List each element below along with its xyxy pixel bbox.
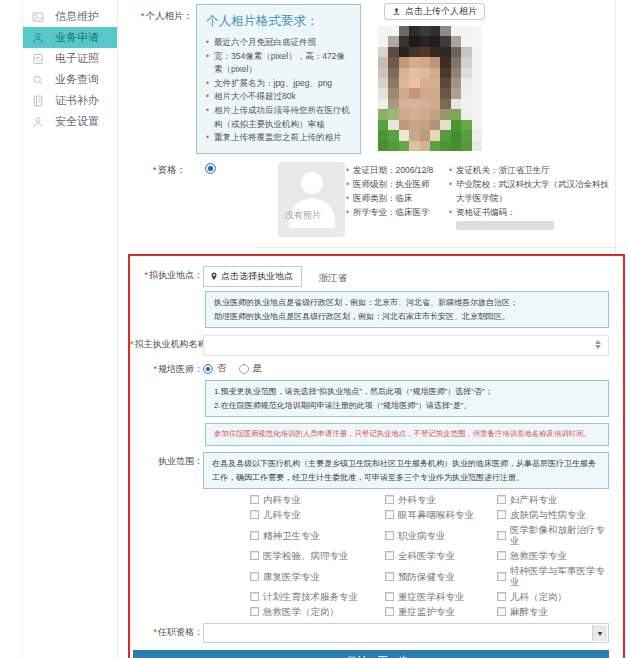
scope-option[interactable]: 儿科（定岗） <box>497 591 609 602</box>
scope-option[interactable]: 康复医学专业 <box>250 565 385 587</box>
main-content: *个人相片： 个人相片格式要求： 最近六个月免冠白底证件照 宽：354像素（pi… <box>119 0 616 658</box>
page: { "misc": { "required_mark": "*" }, "ico… <box>0 0 630 658</box>
sidebar-item-security-settings[interactable]: 安全设置 <box>23 111 117 132</box>
sidebar-item-electronic-certificate[interactable]: 电子证照 <box>23 48 117 69</box>
scope-option[interactable]: 重症监护专业 <box>385 606 497 617</box>
training-hint-line1: 1.预变更执业范围，请先选择“拟执业地点”，然后此项（“规培医师”）选择“否”； <box>214 385 600 399</box>
scope-option[interactable]: 特种医学与军事医学专业 <box>497 565 609 587</box>
scope-option[interactable]: 医学影像和放射治疗专业 <box>497 524 609 546</box>
detail-item: 发证机关：浙江省卫生厅 <box>449 163 613 177</box>
sidebar: 信息维护 业务申请 电子证照 业务查询 证书补办 安全设置 <box>0 0 118 658</box>
checkbox-icon <box>497 495 506 504</box>
location-hint-box: 执业医师的执业地点是省级行政区划，例如：北京市、河北省、新疆维吾尔族自治区； 助… <box>205 291 609 328</box>
main-org-combobox[interactable] <box>203 335 609 356</box>
scope-option[interactable]: 皮肤病与性病专业 <box>497 509 609 520</box>
checkbox-icon <box>497 531 506 540</box>
sidebar-item-business-query[interactable]: 业务查询 <box>23 69 117 90</box>
checkbox-icon <box>250 551 259 560</box>
training-radio-no[interactable] <box>203 364 213 374</box>
practice-location-label: *拟执业地点： <box>130 266 203 287</box>
scope-hint-box: 在县及县级以下医疗机构（主要是乡镇卫生院和社区卫生服务机构）执业的临床医师，从事… <box>203 452 609 489</box>
main-org-label: *拟主执业机构名称： <box>130 335 203 356</box>
dropdown-arrow-icon[interactable]: ▼ <box>592 625 607 641</box>
checkbox-icon <box>497 607 506 616</box>
sidebar-item-business-application[interactable]: 业务申请 <box>23 27 117 48</box>
scope-option[interactable]: 预防保健专业 <box>385 565 497 587</box>
checkbox-icon <box>250 510 259 519</box>
checkbox-icon <box>385 510 394 519</box>
scope-option[interactable]: 麻醉专业 <box>497 606 609 617</box>
scope-option[interactable]: 儿科专业 <box>250 509 385 520</box>
redacted-certificate-code <box>456 221 554 230</box>
training-hint-line2: 2.在住院医师规范化培训期间申请注册的此项（“规培医师”）请选择“是”。 <box>214 399 600 413</box>
personal-photo-label: *个人相片： <box>119 10 193 23</box>
sidebar-item-label: 安全设置 <box>55 114 99 129</box>
scope-option[interactable]: 职业病专业 <box>385 524 497 546</box>
selected-location-value: 浙江省 <box>318 268 347 285</box>
sidebar-item-info-maintenance[interactable]: 信息维护 <box>23 6 117 27</box>
scope-option[interactable]: 精神卫生专业 <box>250 524 385 546</box>
scope-option[interactable]: 医学检验、病理专业 <box>250 550 385 561</box>
document-edit-icon <box>32 53 44 65</box>
scope-option[interactable]: 妇产科专业 <box>497 494 609 505</box>
scope-option[interactable]: 急救医学专业 <box>497 550 609 561</box>
scope-option[interactable]: 计划生育技术服务专业 <box>250 591 385 602</box>
map-pin-icon <box>210 272 218 281</box>
checkbox-icon <box>250 592 259 601</box>
checkbox-icon <box>250 572 259 581</box>
scope-option[interactable]: 内科专业 <box>250 494 385 505</box>
checkbox-icon <box>385 572 394 581</box>
checkbox-icon <box>497 510 506 519</box>
qualification-details-col2: 发证机关：浙江省卫生厅 毕业院校：武汉科技大学（武汉冶金科技大学医学院） 资格证… <box>449 163 613 233</box>
photo-requirement-item: 相片上传成功后须等待您所在医疗机构（或拟主要执业机构）审核 <box>206 104 352 131</box>
detail-item: 医师级别：执业医师 <box>346 177 448 191</box>
user-icon <box>32 32 44 44</box>
silhouette-head-icon <box>301 172 323 194</box>
checkbox-icon <box>250 531 259 540</box>
scope-option[interactable]: 重症医学科专业 <box>385 591 497 602</box>
registration-form-box: *拟执业地点： 点击选择执业地点 浙江省 执业医师的执业地点是省级行政区划，例如… <box>128 254 625 658</box>
photo-requirement-item: 文件扩展名为：jpg、jpeg、png <box>206 77 352 91</box>
standardized-training-label: *规培医师： <box>130 360 203 376</box>
training-radio-yes[interactable] <box>239 364 249 374</box>
photo-requirement-item: 重复上传将覆盖您之前上传的相片 <box>206 131 352 145</box>
photo-requirement-item: 最近六个月免冠白底证件照 <box>206 36 352 50</box>
detail-item: 发证日期：2006/12/8 <box>346 163 448 177</box>
sidebar-item-certificate-reissue[interactable]: 证书补办 <box>23 90 117 111</box>
sidebar-item-label: 信息维护 <box>55 9 99 24</box>
training-hint-box: 1.预变更执业范围，请先选择“拟执业地点”，然后此项（“规培医师”）选择“否”；… <box>205 380 609 417</box>
title-qualification-label: *任职资格： <box>130 623 203 643</box>
upload-photo-button[interactable]: 点击上传个人相片 <box>384 3 485 20</box>
checkbox-icon <box>497 572 506 581</box>
scope-option[interactable]: 全科医学专业 <box>385 550 497 561</box>
qualification-details-col1: 发证日期：2006/12/8 医师级别：执业医师 医师类别：临床 所学专业：临床… <box>346 163 448 219</box>
qualification-radio[interactable] <box>205 163 216 174</box>
choose-location-button[interactable]: 点击选择执业地点 <box>203 266 302 287</box>
checkbox-icon <box>497 592 506 601</box>
scope-option[interactable]: 急救医学（定岗） <box>250 606 385 617</box>
qualification-label: *资格： <box>119 164 186 177</box>
checkbox-icon <box>250 495 259 504</box>
required-mark: * <box>141 10 145 21</box>
scope-option[interactable]: 外科专业 <box>385 494 497 505</box>
user-lock-icon <box>32 116 44 128</box>
checkbox-icon <box>385 531 394 540</box>
scope-option[interactable]: 眼耳鼻咽喉科专业 <box>385 509 497 520</box>
sidebar-item-label: 电子证照 <box>55 51 99 66</box>
checkbox-icon <box>385 495 394 504</box>
checkbox-icon <box>385 607 394 616</box>
training-warning-text: 参加住院医师规范化培训的人员申请注册，只登记执业地点，不登记执业范围，但需备注培… <box>214 429 591 438</box>
sidebar-item-label: 业务申请 <box>55 30 99 45</box>
uploaded-photo <box>378 26 482 151</box>
photo-requirements-title: 个人相片格式要求： <box>206 13 352 30</box>
training-option-yes-label[interactable]: 是 <box>253 362 263 375</box>
training-option-no-label[interactable]: 否 <box>217 362 227 375</box>
practice-scope-label: 执业范围： <box>130 452 203 489</box>
training-warning-box: 参加住院医师规范化培训的人员申请注册，只登记执业地点，不登记执业范围，但需备注培… <box>205 423 609 446</box>
checkbox-icon <box>385 551 394 560</box>
confirm-next-button[interactable]: ✔ 确认，下一步 <box>133 650 609 658</box>
sidebar-item-label: 证书补办 <box>55 93 99 108</box>
location-hint-line1: 执业医师的执业地点是省级行政区划，例如：北京市、河北省、新疆维吾尔族自治区； <box>214 296 600 310</box>
title-qualification-select[interactable]: ▼ <box>203 623 609 643</box>
checkbox-icon <box>385 592 394 601</box>
